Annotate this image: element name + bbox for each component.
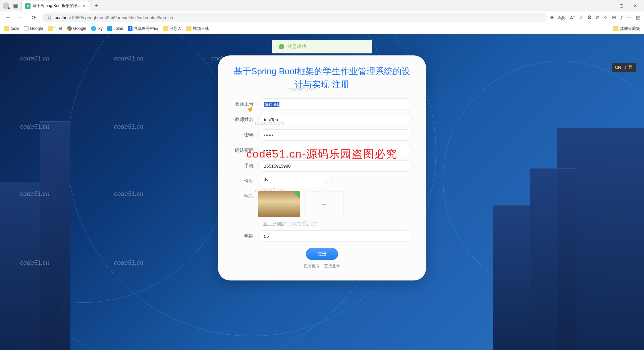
input-password[interactable] [258, 129, 413, 141]
toast-text: 注册成功 [287, 44, 306, 50]
browser-tab[interactable]: V 基于Spring Boot框架的学生作业 × [21, 1, 89, 11]
url-host: localhost [54, 15, 71, 20]
folder-icon [4, 26, 9, 31]
check-icon: ✓ [279, 44, 284, 49]
bookmark-uplod[interactable]: uplod [107, 26, 123, 31]
photo-thumbnail[interactable] [258, 191, 300, 217]
row-teacher-id: 教师工号 testTea [231, 98, 413, 110]
input-confirm[interactable] [258, 145, 413, 156]
ime-indicator[interactable]: CH ☽ 简 [612, 63, 636, 72]
extensions-icon[interactable]: ⊞ [612, 14, 616, 20]
page-icon [24, 26, 29, 31]
profile-icon[interactable] [3, 2, 9, 9]
bookmark-import[interactable]: 已导入 [163, 26, 181, 32]
f-icon: f [128, 26, 132, 31]
minimize-icon[interactable]: — [603, 2, 611, 10]
label-photo: 照片 [231, 191, 258, 199]
upload-icon [107, 26, 112, 31]
tab-overview-icon[interactable]: ▣ [12, 2, 19, 9]
card-title: 基于Spring Boot框架的学生作业管理系统的设计与实现 注册 [231, 65, 413, 91]
split-icon[interactable]: ⧉ [596, 14, 599, 20]
input-teacher-name[interactable] [258, 114, 413, 125]
label-age: 年龄 [231, 233, 258, 239]
maximize-icon[interactable]: ▢ [617, 2, 625, 10]
bookmark-tools[interactable]: tools [4, 26, 19, 31]
bookmark-google2[interactable]: Google [67, 26, 86, 31]
input-teacher-id[interactable]: testTea [258, 98, 413, 110]
bookmark-treasure[interactable]: 宝藏 [48, 26, 62, 32]
label-teacher-id: 教师工号 [231, 101, 258, 107]
folder-icon [186, 26, 192, 31]
more-icon[interactable]: ⋯ [627, 14, 632, 20]
addressbar-row: ← → ⟳ i localhost:8080/springboott43m8/a… [0, 11, 644, 24]
page-content: code51.cn code51.cn code51.cn code51.cn … [0, 34, 644, 350]
close-icon[interactable]: ✕ [631, 2, 639, 10]
bookmark-txy[interactable]: txy [91, 26, 103, 31]
settings-icon[interactable]: ⚙ [587, 14, 592, 20]
url-path: /springboott43m8/admin/dist/index.html#/… [82, 15, 176, 20]
ime-mode: 简 [629, 64, 633, 70]
tab-favicon-icon: V [25, 3, 31, 9]
toolbar-icons: ◈ aあ A» ☆ ⚙ ⧉ ✧ ⊞ ⤴ ⋯ ▤ [550, 14, 641, 21]
collections-icon[interactable]: ✧ [603, 14, 608, 20]
read-aloud-icon[interactable]: ◈ [550, 14, 554, 20]
titlebar: ▣ V 基于Spring Boot框架的学生作业 × + — ▢ ✕ [0, 0, 644, 11]
plus-icon: + [321, 199, 326, 210]
label-teacher-name: 教师姓名 [231, 117, 258, 123]
forward-button: → [16, 13, 25, 22]
bookmark-share[interactable]: f共享账号密码 [128, 26, 158, 32]
register-card: 基于Spring Boot框架的学生作业管理系统的设计与实现 注册 code51… [218, 55, 426, 280]
label-password: 密码 [231, 132, 258, 138]
input-age[interactable] [258, 230, 413, 242]
upload-hint: 点击上传照片 [263, 221, 413, 227]
share-icon[interactable]: ⤴ [620, 15, 623, 20]
address-bar[interactable]: i localhost:8080/springboott43m8/admin/d… [42, 13, 547, 22]
row-password: 密码 [231, 129, 413, 141]
upload-button[interactable]: + [305, 191, 343, 217]
site-info-icon[interactable]: i [46, 15, 51, 20]
reload-button[interactable]: ⟳ [29, 13, 38, 22]
input-phone[interactable] [258, 160, 413, 172]
folder-icon [613, 26, 619, 31]
label-gender: 性别 [231, 178, 258, 184]
row-photo: 照片 + [231, 191, 413, 217]
tab-title: 基于Spring Boot框架的学生作业 [33, 3, 83, 9]
register-button[interactable]: 注册 [306, 248, 338, 260]
browser-chrome: ▣ V 基于Spring Boot框架的学生作业 × + — ▢ ✕ ← → ⟳… [0, 0, 644, 34]
window-controls: — ▢ ✕ [603, 2, 641, 10]
translate-icon[interactable]: aあ [558, 14, 566, 21]
success-toast: ✓ 注册成功 [272, 40, 372, 53]
url-port: :8080 [71, 15, 82, 20]
folder-icon [48, 26, 53, 31]
google-icon [67, 26, 72, 31]
back-button[interactable]: ← [3, 13, 13, 22]
text-size-icon[interactable]: A» [570, 15, 575, 20]
bookmark-video[interactable]: 视频下载 [186, 26, 209, 32]
bookmark-google[interactable]: Google [24, 26, 43, 31]
login-link[interactable]: 已有账号，直接登录 [231, 263, 413, 269]
bookmarks-bar: tools Google 宝藏 Google txy uplod f共享账号密码… [0, 24, 644, 34]
folder-icon [163, 26, 168, 31]
row-phone: 手机 [231, 160, 413, 172]
label-confirm: 确认密码 [231, 147, 258, 154]
row-confirm-password: 确认密码 [231, 145, 413, 156]
cloud-icon [91, 26, 96, 31]
ime-moon-icon: ☽ [623, 65, 627, 70]
row-teacher-name: 教师姓名 [231, 114, 413, 125]
favorites-icon[interactable]: ☆ [579, 14, 583, 20]
ime-lang: CH [615, 65, 621, 70]
new-tab-button[interactable]: + [92, 2, 101, 9]
label-phone: 手机 [231, 163, 258, 169]
row-age: 年龄 [231, 230, 413, 242]
row-gender: 性别 女 ⌄ [231, 176, 413, 187]
tab-close-icon[interactable]: × [83, 3, 86, 9]
sidebar-icon[interactable]: ▤ [636, 14, 641, 20]
select-gender[interactable]: 女 [258, 176, 332, 187]
other-bookmarks[interactable]: 其他收藏夹 [613, 26, 640, 32]
